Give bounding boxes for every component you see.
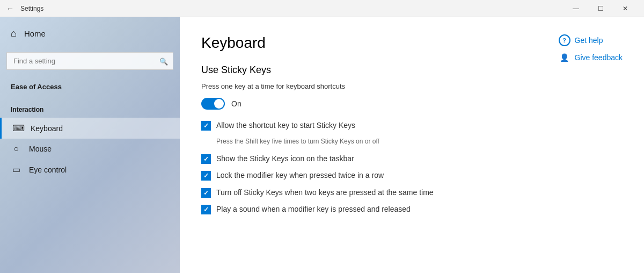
window-controls: — ☐ ✕ — [564, 0, 638, 17]
search-box: 🔍 — [6, 52, 173, 70]
mouse-icon: ○ — [11, 144, 21, 154]
keyboard-icon: ⌨ — [12, 123, 23, 133]
sticky-keys-desc: Press one key at a time for keyboard sho… — [201, 82, 623, 90]
back-button[interactable]: ← — [6, 4, 14, 13]
lock-modifier-checkbox-item: Lock the modifier key when pressed twice… — [201, 170, 623, 181]
shortcut-checkbox-item: Allow the shortcut key to start Sticky K… — [201, 120, 623, 131]
get-help-icon: ? — [559, 34, 570, 46]
get-help-link[interactable]: ? Get help — [559, 34, 623, 46]
feedback-label: Give feedback — [575, 53, 623, 62]
show-icon-label: Show the Sticky Keys icon on the taskbar — [216, 154, 354, 164]
shortcut-checkbox-label: Allow the shortcut key to start Sticky K… — [216, 120, 355, 131]
lock-modifier-checkbox[interactable] — [201, 171, 211, 181]
play-sound-label: Play a sound when a modifier key is pres… — [216, 204, 411, 215]
shortcut-checkbox[interactable] — [201, 121, 211, 131]
search-input[interactable] — [6, 52, 173, 70]
minimize-button[interactable]: — — [564, 0, 588, 17]
feedback-icon: 👤 — [559, 52, 570, 63]
close-button[interactable]: ✕ — [613, 0, 638, 17]
eye-control-icon: ▭ — [11, 164, 21, 175]
home-icon: ⌂ — [11, 28, 17, 39]
main-layout: ⌂ Home 🔍 Ease of Access Interaction ⌨ Ke… — [0, 17, 644, 273]
keyboard-label: Keyboard — [31, 124, 63, 133]
eye-control-label: Eye control — [29, 166, 67, 174]
category-label: Ease of Access — [0, 78, 180, 93]
sidebar-item-home[interactable]: ⌂ Home — [0, 19, 180, 48]
sticky-keys-section-title: Use Sticky Keys — [201, 64, 623, 76]
show-icon-checkbox-item: Show the Sticky Keys icon on the taskbar — [201, 154, 623, 164]
sidebar: ⌂ Home 🔍 Ease of Access Interaction ⌨ Ke… — [0, 17, 180, 273]
mouse-label: Mouse — [29, 145, 52, 153]
sticky-keys-toggle[interactable] — [201, 98, 225, 110]
feedback-link[interactable]: 👤 Give feedback — [559, 52, 623, 63]
turn-off-checkbox-item: Turn off Sticky Keys when two keys are p… — [201, 188, 623, 198]
titlebar: ← Settings — ☐ ✕ — [0, 0, 644, 17]
show-icon-checkbox[interactable] — [201, 154, 211, 164]
help-panel: ? Get help 👤 Give feedback — [559, 34, 623, 63]
turn-off-label: Turn off Sticky Keys when two keys are p… — [216, 188, 434, 198]
sidebar-item-keyboard[interactable]: ⌨ Keyboard — [0, 118, 180, 139]
play-sound-checkbox[interactable] — [201, 205, 211, 214]
get-help-label: Get help — [575, 36, 603, 45]
toggle-state-label: On — [231, 99, 241, 108]
lock-modifier-label: Lock the modifier key when pressed twice… — [216, 170, 384, 181]
content-area: ? Get help 👤 Give feedback Keyboard Use … — [180, 17, 644, 273]
home-label: Home — [24, 29, 46, 38]
search-icon: 🔍 — [159, 57, 168, 65]
interaction-label: Interaction — [0, 104, 180, 118]
turn-off-checkbox[interactable] — [201, 188, 211, 198]
play-sound-checkbox-item: Play a sound when a modifier key is pres… — [201, 204, 623, 215]
shortcut-hint: Press the Shift key five times to turn S… — [216, 138, 623, 145]
titlebar-title: Settings — [20, 5, 564, 12]
maximize-button[interactable]: ☐ — [588, 0, 613, 17]
sidebar-item-mouse[interactable]: ○ Mouse — [0, 139, 180, 159]
sidebar-item-eye-control[interactable]: ▭ Eye control — [0, 159, 180, 180]
sticky-keys-toggle-row: On — [201, 98, 623, 110]
